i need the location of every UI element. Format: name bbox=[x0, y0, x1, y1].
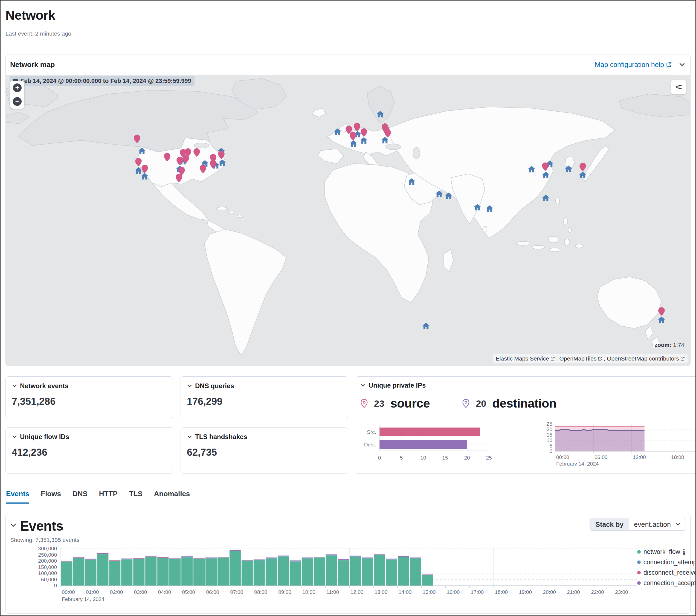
map-destination-marker[interactable] bbox=[542, 195, 550, 202]
chevron-down-icon[interactable] bbox=[12, 383, 17, 389]
attribution-link-openstreetmap[interactable]: OpenStreetMap contributors bbox=[607, 355, 685, 362]
map-destination-marker[interactable] bbox=[528, 166, 535, 174]
map-destination-marker[interactable] bbox=[579, 172, 587, 179]
map-source-marker[interactable] bbox=[193, 148, 200, 158]
svg-text:15: 15 bbox=[547, 432, 552, 438]
zoom-in-button[interactable]: + bbox=[13, 83, 21, 92]
tab-events[interactable]: Events bbox=[6, 490, 29, 504]
map-destination-marker[interactable] bbox=[542, 172, 550, 179]
chevron-down-icon[interactable] bbox=[187, 383, 192, 389]
stat-title: DNS queries bbox=[195, 382, 234, 390]
map-source-marker[interactable] bbox=[542, 162, 549, 172]
svg-text:19:00: 19:00 bbox=[519, 589, 532, 595]
stat-title: TLS handshakes bbox=[195, 433, 247, 441]
destination-house-icon bbox=[658, 317, 665, 323]
map-source-marker[interactable] bbox=[141, 165, 148, 174]
events-title: Events bbox=[20, 519, 63, 533]
svg-text:15:00: 15:00 bbox=[423, 589, 436, 595]
map-destination-marker[interactable] bbox=[408, 178, 415, 186]
unique-ips-bar-chart: 0510152025Src.Dest. bbox=[360, 422, 497, 463]
tab-flows[interactable]: Flows bbox=[41, 490, 61, 504]
svg-text:300,000: 300,000 bbox=[38, 546, 57, 551]
map-source-marker[interactable] bbox=[384, 129, 391, 139]
stat-card-tls-handshakes: TLS handshakes 62,735 bbox=[180, 427, 348, 474]
map-source-marker[interactable] bbox=[354, 123, 360, 132]
header-divider bbox=[5, 44, 691, 44]
destination-house-icon bbox=[377, 111, 384, 117]
svg-text:50,000: 50,000 bbox=[41, 576, 57, 582]
stack-by-select[interactable]: event.action bbox=[629, 518, 685, 531]
unique-private-ips-panel: Unique private IPs 23 source 20 destinat… bbox=[355, 376, 696, 474]
unique-source-ips-stat: 23 source bbox=[360, 396, 430, 411]
map-canvas[interactable]: Feb 14, 2024 @ 00:00:00.000 to Feb 14, 2… bbox=[6, 75, 690, 366]
zoom-out-button[interactable]: − bbox=[13, 97, 21, 106]
legend-item-network-flow[interactable]: network_flow bbox=[637, 548, 686, 555]
chevron-down-icon[interactable] bbox=[10, 522, 17, 528]
svg-text:16:00: 16:00 bbox=[447, 589, 460, 595]
source-pin-icon bbox=[164, 153, 171, 161]
map-source-marker[interactable] bbox=[580, 163, 586, 172]
map-date-range-badge: Feb 14, 2024 @ 00:00:00.000 to Feb 14, 2… bbox=[10, 76, 194, 86]
map-source-marker[interactable] bbox=[164, 153, 171, 162]
svg-text:20: 20 bbox=[464, 455, 470, 461]
map-destination-marker[interactable] bbox=[360, 137, 367, 145]
map-destination-marker[interactable] bbox=[565, 166, 572, 173]
map-destination-marker[interactable] bbox=[138, 148, 145, 155]
svg-text:20: 20 bbox=[547, 426, 552, 432]
map-destination-marker[interactable] bbox=[435, 191, 443, 198]
legend-item-actions-icon[interactable] bbox=[683, 549, 686, 555]
chevron-down-icon[interactable] bbox=[360, 383, 366, 388]
legend-item-connection-accepted[interactable]: connection_accepted bbox=[637, 579, 686, 587]
stat-value: 7,351,286 bbox=[12, 396, 167, 407]
tab-anomalies[interactable]: Anomalies bbox=[154, 490, 190, 504]
stat-value: 62,735 bbox=[187, 447, 342, 458]
map-source-marker[interactable] bbox=[134, 135, 140, 144]
svg-text:18:00: 18:00 bbox=[495, 589, 508, 595]
attribution-link-elastic-maps[interactable]: Elastic Maps Service, bbox=[496, 355, 558, 362]
svg-text:11:00: 11:00 bbox=[327, 589, 339, 595]
stack-by-control: Stack by event.action bbox=[589, 518, 686, 531]
map-source-marker[interactable] bbox=[135, 158, 142, 168]
svg-text:10:00: 10:00 bbox=[302, 589, 315, 595]
events-histogram[interactable]: 050,000100,000150,000200,000250,000300,0… bbox=[10, 546, 637, 604]
map-destination-marker[interactable] bbox=[377, 111, 384, 119]
map-source-marker[interactable] bbox=[176, 174, 182, 183]
source-pin-icon bbox=[141, 165, 148, 173]
tab-tls[interactable]: TLS bbox=[129, 490, 143, 504]
source-pin-icon bbox=[134, 135, 140, 143]
map-source-marker[interactable] bbox=[210, 160, 217, 170]
map-legend-toggle-button[interactable] bbox=[671, 80, 686, 94]
map-destination-marker[interactable] bbox=[445, 192, 452, 200]
attribution-link-openmaptiles[interactable]: OpenMapTiles, bbox=[559, 355, 605, 362]
map-destination-marker[interactable] bbox=[334, 128, 342, 136]
map-source-marker[interactable] bbox=[200, 165, 206, 174]
map-source-marker[interactable] bbox=[658, 307, 665, 317]
source-pin-icon bbox=[361, 128, 367, 137]
svg-text:100,000: 100,000 bbox=[38, 570, 57, 576]
unique-ips-area-chart: 051015202500:0006:0012:0018:00February 1… bbox=[541, 422, 696, 465]
tab-dns[interactable]: DNS bbox=[73, 490, 88, 504]
map-destination-marker[interactable] bbox=[474, 204, 481, 212]
legend-item-disconnect-received[interactable]: disconnect_received bbox=[637, 569, 686, 576]
map-source-marker[interactable] bbox=[218, 151, 225, 160]
legend-item-connection-attempted[interactable]: connection_attempted bbox=[637, 558, 686, 566]
svg-text:00:00: 00:00 bbox=[62, 589, 75, 595]
map-source-marker[interactable] bbox=[350, 132, 356, 141]
map-source-marker[interactable] bbox=[361, 128, 367, 138]
stack-by-value: event.action bbox=[634, 521, 671, 528]
tab-http[interactable]: HTTP bbox=[99, 490, 117, 504]
stat-card-unique-flow-ids: Unique flow IDs 412,236 bbox=[5, 427, 173, 474]
map-destination-marker[interactable] bbox=[658, 317, 665, 325]
chevron-down-icon[interactable] bbox=[187, 434, 192, 440]
map-destination-marker[interactable] bbox=[486, 205, 493, 213]
map-destination-marker[interactable] bbox=[350, 140, 357, 148]
map-destination-marker[interactable] bbox=[423, 323, 430, 330]
source-pin-icon bbox=[658, 307, 665, 316]
map-configuration-help-link[interactable]: Map configuration help bbox=[595, 61, 671, 69]
source-pin-icon bbox=[193, 148, 200, 157]
map-destination-marker[interactable] bbox=[218, 159, 226, 167]
chevron-down-icon[interactable] bbox=[12, 434, 17, 440]
collapse-panel-chevron-icon[interactable] bbox=[679, 61, 685, 68]
map-source-marker[interactable] bbox=[176, 157, 183, 166]
map-source-marker[interactable] bbox=[183, 155, 189, 164]
